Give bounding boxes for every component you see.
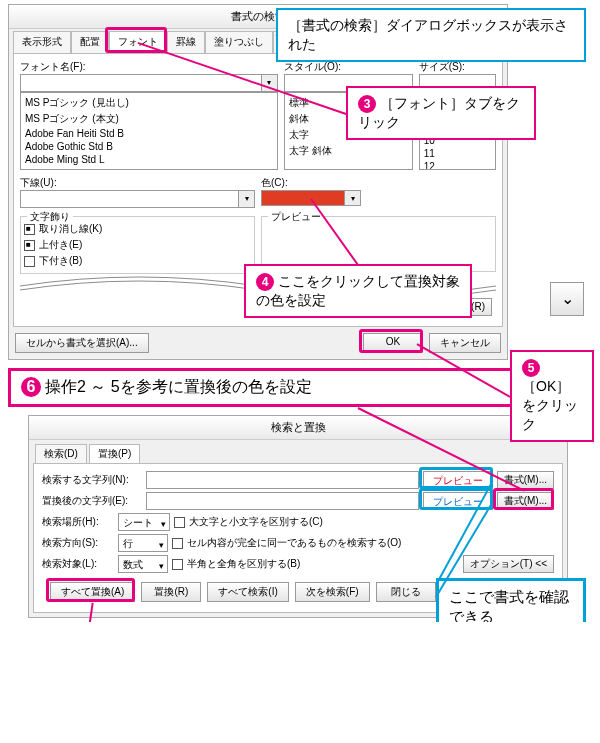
replace-format-button[interactable]: 書式(M)... bbox=[497, 492, 554, 510]
tab-find[interactable]: 検索(D) bbox=[35, 444, 87, 463]
step-number-3: 3 bbox=[358, 95, 376, 113]
target-select[interactable]: 数式 bbox=[118, 555, 168, 573]
close-button[interactable]: 閉じる bbox=[376, 582, 436, 602]
ok-button[interactable]: OK bbox=[363, 333, 423, 353]
replace-all-button[interactable]: すべて置換(A) bbox=[50, 582, 135, 602]
superscript-checkbox[interactable]: 上付き(E) bbox=[24, 238, 251, 252]
list-item[interactable]: Adobe Ming Std L bbox=[23, 153, 275, 166]
list-item[interactable]: 11 bbox=[422, 147, 493, 160]
checkbox-icon bbox=[24, 224, 35, 235]
list-item[interactable]: 太字 斜体 bbox=[287, 143, 410, 159]
tab-表示形式[interactable]: 表示形式 bbox=[13, 31, 71, 53]
size-label: サイズ(S): bbox=[419, 60, 496, 74]
step-number-4: 4 bbox=[256, 273, 274, 291]
dropdown-icon[interactable]: ▾ bbox=[344, 191, 360, 205]
preview-label: プレビュー bbox=[268, 210, 324, 224]
target-label: 検索対象(L): bbox=[42, 557, 114, 571]
checkbox-icon bbox=[24, 240, 35, 251]
step-number-5: 5 bbox=[522, 359, 540, 377]
subscript-checkbox[interactable]: 下付き(B) bbox=[24, 254, 251, 268]
checkbox-icon bbox=[172, 559, 183, 570]
effects-group: 文字飾り 取り消し線(K) 上付き(E) 下付き(B) bbox=[20, 216, 255, 274]
callout-preview-info: ここで書式を確認できる bbox=[436, 578, 586, 622]
tab-replace[interactable]: 置換(P) bbox=[89, 444, 140, 463]
options-button[interactable]: オプション(T) << bbox=[463, 555, 554, 573]
find-label: 検索する文字列(N): bbox=[42, 473, 142, 487]
cancel-button[interactable]: キャンセル bbox=[429, 333, 501, 353]
list-item[interactable]: 12 bbox=[422, 160, 493, 170]
replace-label: 置換後の文字列(E): bbox=[42, 494, 142, 508]
callout-dialog-shown: ［書式の検索］ダイアログボックスが表示された bbox=[276, 8, 586, 62]
underline-label: 下線(U): bbox=[20, 176, 255, 190]
from-cell-button[interactable]: セルから書式を選択(A)... bbox=[15, 333, 149, 353]
checkbox-icon bbox=[174, 517, 185, 528]
step-6-banner: 6操作2 ～ 5を参考に置換後の色を設定 bbox=[8, 368, 592, 407]
tab-塗りつぶし[interactable]: 塗りつぶし bbox=[205, 31, 273, 53]
case-checkbox[interactable]: 大文字と小文字を区別する(C) bbox=[174, 515, 323, 529]
dialog-title-2: 検索と置換 ? ✕ bbox=[29, 416, 567, 440]
font-list[interactable]: MS Pゴシック (見出し)MS Pゴシック (本文)Adobe Fan Hei… bbox=[20, 92, 278, 170]
find-replace-tabs: 検索(D) 置換(P) bbox=[29, 440, 567, 463]
color-label: 色(C): bbox=[261, 176, 496, 190]
style-label: スタイル(O): bbox=[284, 60, 413, 74]
direction-label: 検索方向(S): bbox=[42, 536, 114, 550]
callout-step-4: 4ここをクリックして置換対象の色を設定 bbox=[244, 264, 472, 318]
expand-down-button[interactable]: ⌄ bbox=[550, 282, 584, 316]
find-input[interactable] bbox=[146, 471, 419, 489]
replace-button[interactable]: 置換(R) bbox=[141, 582, 201, 602]
font-name-label: フォント名(F): bbox=[20, 60, 278, 74]
scope-select[interactable]: シート bbox=[118, 513, 170, 531]
callout-step-3: 3［フォント］タブをクリック bbox=[346, 86, 536, 140]
strike-checkbox[interactable]: 取り消し線(K) bbox=[24, 222, 251, 236]
checkbox-icon bbox=[24, 256, 35, 267]
list-item[interactable]: MS Pゴシック (本文) bbox=[23, 111, 275, 127]
list-item[interactable]: MS Pゴシック (見出し) bbox=[23, 95, 275, 111]
step-number-6: 6 bbox=[21, 377, 41, 397]
callout-step-5: 5［OK］をクリック bbox=[510, 350, 594, 442]
tab-配置[interactable]: 配置 bbox=[71, 31, 109, 53]
replace-input[interactable] bbox=[146, 492, 419, 510]
find-next-button[interactable]: 次を検索(F) bbox=[295, 582, 370, 602]
tab-罫線[interactable]: 罫線 bbox=[167, 31, 205, 53]
underline-select[interactable]: ▾ bbox=[20, 190, 255, 208]
list-item[interactable]: Adobe Gothic Std B bbox=[23, 140, 275, 153]
list-item[interactable]: Adobe Fan Heiti Std B bbox=[23, 127, 275, 140]
checkbox-icon bbox=[172, 538, 183, 549]
effects-label: 文字飾り bbox=[27, 210, 73, 224]
widths-checkbox[interactable]: 半角と全角を区別する(B) bbox=[172, 557, 300, 571]
direction-select[interactable]: 行 bbox=[118, 534, 168, 552]
tutorial-page: 書式の検索 表示形式配置フォント罫線塗りつぶし保護 フォント名(F): ▾ MS… bbox=[0, 4, 600, 618]
scope-label: 検索場所(H): bbox=[42, 515, 114, 529]
dropdown-icon[interactable]: ▾ bbox=[238, 191, 254, 207]
find-all-button[interactable]: すべて検索(I) bbox=[207, 582, 288, 602]
exact-checkbox[interactable]: セル内容が完全に同一であるものを検索する(O) bbox=[172, 536, 401, 550]
find-format-preview: プレビュー bbox=[423, 471, 493, 489]
